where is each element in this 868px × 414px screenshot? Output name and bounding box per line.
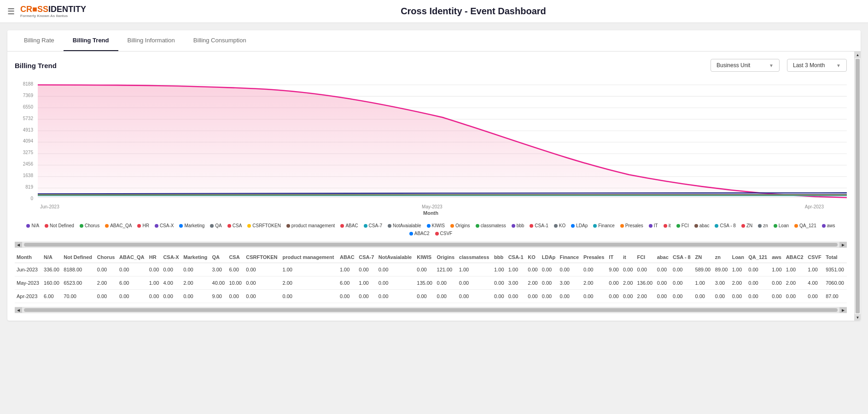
th-month: Month xyxy=(15,252,42,263)
y-axis: 8188 7369 6550 5732 4913 4094 3275 2456 … xyxy=(15,79,38,203)
legend-dot xyxy=(450,224,454,228)
legend-dot xyxy=(210,224,214,228)
th-zn: ZN xyxy=(693,252,713,263)
td-month: May-2023 xyxy=(15,276,42,290)
legend-item-marketing: Marketing xyxy=(179,223,204,228)
legend-dot xyxy=(286,224,290,228)
hamburger-menu[interactable]: ☰ xyxy=(7,6,15,17)
vertical-scrollbar[interactable]: ▲ ▼ xyxy=(854,52,861,321)
th-abac: ABAC xyxy=(338,252,357,263)
legend-dot xyxy=(388,224,391,228)
legend-item-origins: Origins xyxy=(450,223,470,228)
legend-item-abac-lower: abac xyxy=(694,223,710,228)
th-csa-x: CSA-X xyxy=(161,252,181,263)
legend-dot xyxy=(155,224,158,228)
tab-billing-rate[interactable]: Billing Rate xyxy=(15,30,64,51)
legend-dot xyxy=(45,224,48,228)
x-label-may: May-2023 xyxy=(422,204,442,209)
legend-item-abac: ABAC xyxy=(340,223,358,228)
legend-dot xyxy=(774,224,777,228)
logo: CR■SSIDENTITY Formerly Known As Ilantus xyxy=(20,5,86,18)
legend-dot xyxy=(571,224,575,228)
th-not-available: NotAvaialable xyxy=(377,252,415,263)
legend-dot xyxy=(26,224,30,228)
th-chorus: Chorus xyxy=(95,252,117,263)
legend-item-kiwis: KIWIS xyxy=(427,223,445,228)
bottom-horizontal-scrollbar[interactable]: ◀ ▶ xyxy=(15,307,847,313)
scrollbar-v-thumb[interactable] xyxy=(856,59,860,313)
scroll-down-arrow[interactable]: ▼ xyxy=(855,314,861,321)
legend-item-zn-upper: ZN xyxy=(741,223,752,228)
tab-billing-consumption[interactable]: Billing Consumption xyxy=(184,30,256,51)
legend-dot xyxy=(620,224,624,228)
legend-dot xyxy=(758,224,762,228)
legend-dot xyxy=(664,224,667,228)
legend-item-na: N/A xyxy=(26,223,39,228)
th-csa: CSA xyxy=(227,252,244,263)
scroll-left-arrow[interactable]: ◀ xyxy=(15,242,22,247)
data-table-section: Month N/A Not Defined Chorus ABAC_QA HR … xyxy=(15,252,847,303)
chart-svg xyxy=(38,79,847,203)
x-label-apr: Apr-2023 xyxy=(805,204,824,209)
th-abac-qa: ABAC_QA xyxy=(117,252,147,263)
th-loan: Loan xyxy=(730,252,747,263)
legend-item-not-available: NotAvaialable xyxy=(388,223,421,228)
scrollbar-thumb[interactable] xyxy=(24,243,838,247)
th-csvf: CSVF xyxy=(806,252,824,263)
legend-dot xyxy=(137,224,141,228)
legend-dot xyxy=(822,224,826,228)
scroll-right-arrow-bottom[interactable]: ▶ xyxy=(839,307,847,313)
dashboard-card: Billing Rate Billing Trend Billing Infor… xyxy=(7,30,861,321)
th-total: Total xyxy=(824,252,847,263)
scroll-up-arrow[interactable]: ▲ xyxy=(855,52,861,58)
scrollbar-thumb-bottom[interactable] xyxy=(24,308,838,312)
th-abac-lower: abac xyxy=(655,252,671,263)
legend-dot xyxy=(476,224,479,228)
horizontal-scrollbar[interactable]: ◀ ▶ xyxy=(15,242,847,248)
chart-svg-area xyxy=(38,79,847,203)
legend-item-product-mgmt: product management xyxy=(286,223,335,228)
legend-item-loan: Loan xyxy=(774,223,789,228)
legend-item-qa: QA xyxy=(210,223,221,228)
legend-dot xyxy=(649,224,652,228)
scroll-right-arrow[interactable]: ▶ xyxy=(839,242,847,247)
td-month: Jun-2023 xyxy=(15,263,42,276)
legend-item-classmatess: classmatess xyxy=(476,223,506,228)
th-qa121: QA_121 xyxy=(746,252,770,263)
x-label-jun: Jun-2023 xyxy=(40,204,59,209)
tab-billing-trend[interactable]: Billing Trend xyxy=(64,30,118,51)
chevron-down-icon: ▼ xyxy=(769,63,774,68)
billing-trend-header: Billing Trend Business Unit ▼ Last 3 Mon… xyxy=(15,59,847,72)
legend-item-finance: Finance xyxy=(593,223,615,228)
table-row: May-2023 160.00 6523.00 2.00 6.00 1.00 4… xyxy=(15,276,847,290)
table-header-row: Month N/A Not Defined Chorus ABAC_QA HR … xyxy=(15,252,847,263)
tab-billing-information[interactable]: Billing Information xyxy=(118,30,184,51)
th-csa8: CSA - 8 xyxy=(671,252,693,263)
legend-item-presales: Presales xyxy=(620,223,643,228)
time-period-dropdown[interactable]: Last 3 Month ▼ xyxy=(787,59,847,72)
page-title: Cross Identity - Event Dashboard xyxy=(86,6,861,17)
legend-dot xyxy=(340,224,344,228)
legend-dot xyxy=(512,224,515,228)
business-unit-dropdown[interactable]: Business Unit ▼ xyxy=(711,59,780,72)
legend-dot xyxy=(105,224,109,228)
x-axis-title: Month xyxy=(15,210,847,216)
scroll-left-arrow-bottom[interactable]: ◀ xyxy=(15,307,22,313)
th-presales: Presales xyxy=(582,252,607,263)
legend-item-chorus: Chorus xyxy=(80,223,99,228)
legend-dot xyxy=(593,224,597,228)
legend-dot xyxy=(676,224,680,228)
legend-item-csa7: CSA-7 xyxy=(364,223,382,228)
legend-item-fci: FCI xyxy=(676,223,689,228)
chart-container: 8188 7369 6550 5732 4913 4094 3275 2456 … xyxy=(15,79,847,203)
legend-dot xyxy=(80,224,83,228)
legend-dot xyxy=(247,224,251,228)
legend-item-abac-qa: ABAC_QA xyxy=(105,223,132,228)
legend-item-abac2: ABAC2 xyxy=(409,231,430,236)
legend-item-ko: KO xyxy=(554,223,565,228)
x-axis: Jun-2023 May-2023 Apr-2023 xyxy=(15,203,847,209)
table-row: Apr-2023 6.00 70.00 0.00 0.00 0.00 0.00 … xyxy=(15,290,847,303)
legend-dot xyxy=(530,224,533,228)
legend-item-zn-lower: zn xyxy=(758,223,768,228)
th-ldap: LDAp xyxy=(540,252,558,263)
